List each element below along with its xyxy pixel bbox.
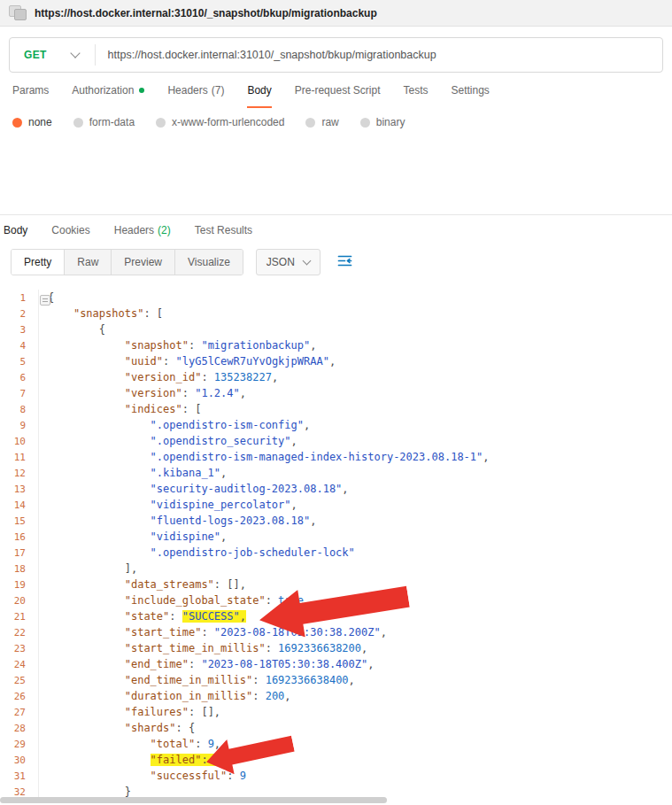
req-tab-body[interactable]: Body	[247, 74, 271, 108]
code-line: 28 "shards": {	[0, 720, 672, 736]
resp-tab-cookies[interactable]: Cookies	[51, 215, 89, 245]
line-number: 2	[19, 308, 26, 320]
body-mode-form-data[interactable]: form-data	[73, 116, 135, 128]
code-text: "fluentd-logs-2023.08.18",	[39, 513, 316, 529]
method-select[interactable]: GET	[10, 49, 95, 61]
view-mode-visualize[interactable]: Visualize	[175, 250, 243, 275]
body-mode-x-www-form-urlencoded[interactable]: x-www-form-urlencoded	[156, 116, 284, 128]
code-line: 4 "snapshot": "migrationbackup",	[0, 337, 672, 353]
body-mode-radios: noneform-datax-www-form-urlencodedrawbin…	[0, 108, 672, 136]
code-text: "security-auditlog-2023.08.18",	[39, 481, 349, 497]
code-line: 5 "uuid": "lyG5lCewR7uYvOgkjpWRAA",	[0, 353, 672, 369]
line-number: 3	[19, 324, 26, 336]
code-text: "snapshot": "migrationbackup",	[39, 337, 316, 353]
line-gutter: 5	[0, 353, 39, 369]
line-gutter: 8	[0, 401, 39, 417]
line-number: 21	[14, 611, 26, 623]
code-line: 23 "start_time_in_millis": 1692336638200…	[0, 640, 672, 656]
tab-label: Tests	[403, 84, 428, 97]
line-number: 14	[14, 499, 26, 511]
resp-tab-test-results[interactable]: Test Results	[195, 215, 252, 245]
body-mode-binary[interactable]: binary	[360, 116, 406, 128]
green-dot-icon	[139, 88, 144, 93]
line-number: 27	[14, 707, 26, 718]
line-gutter: 12	[0, 465, 39, 481]
response-tabs: BodyCookiesHeaders(2)Test Results	[0, 214, 672, 245]
line-number: 6	[19, 372, 26, 383]
line-gutter: 4	[0, 337, 39, 353]
line-number: 9	[19, 420, 26, 431]
horizontal-scrollbar-thumb[interactable]	[0, 797, 387, 803]
mode-label: binary	[376, 116, 406, 128]
code-line: 12 ".kibana_1",	[0, 465, 672, 481]
line-number: 13	[14, 484, 26, 495]
line-number: 31	[14, 770, 26, 782]
code-text: {	[39, 321, 105, 337]
code-line: 18 ],	[0, 561, 672, 577]
line-gutter: 7	[0, 385, 39, 401]
code-text: "failed": 0,	[39, 752, 227, 768]
method-label: GET	[24, 49, 47, 61]
req-tab-settings[interactable]: Settings	[452, 74, 490, 108]
code-line: 14 "vidispine_percolator",	[0, 497, 672, 513]
req-tab-authorization[interactable]: Authorization	[72, 74, 144, 108]
line-gutter: 3	[0, 321, 39, 337]
code-text: "snapshots": [	[39, 306, 163, 321]
fold-toggle-icon[interactable]	[40, 295, 50, 306]
view-mode-preview[interactable]: Preview	[112, 250, 175, 275]
tab-label: Settings	[452, 84, 490, 97]
code-line: 16 "vidispine",	[0, 529, 672, 545]
code-text: "version_id": 135238227,	[39, 369, 278, 385]
code-text: "indices": [	[39, 401, 201, 417]
line-number: 10	[14, 436, 26, 447]
code-line: 11 ".opendistro-ism-managed-index-histor…	[0, 449, 672, 465]
line-gutter: 15	[0, 513, 39, 529]
req-tab-headers[interactable]: Headers(7)	[167, 74, 224, 108]
beautify-icon	[336, 259, 353, 272]
radio-icon	[156, 118, 166, 128]
code-text: "end_time": "2023-08-18T05:30:38.400Z",	[39, 656, 374, 672]
body-mode-raw[interactable]: raw	[305, 116, 338, 128]
body-mode-none[interactable]: none	[12, 116, 52, 128]
format-dropdown[interactable]: JSON	[256, 249, 321, 275]
req-tab-params[interactable]: Params	[12, 74, 49, 108]
radio-icon	[73, 118, 83, 128]
code-line: 26 "duration_in_millis": 200,	[0, 688, 672, 704]
view-mode-pretty[interactable]: Pretty	[12, 250, 65, 275]
line-number: 11	[14, 452, 26, 463]
mode-label: form-data	[89, 116, 135, 128]
request-tab-title[interactable]: https://host.docker.internal:31010/_snap…	[35, 7, 377, 19]
request-tab-bar: https://host.docker.internal:31010/_snap…	[0, 0, 672, 27]
resp-tab-headers[interactable]: Headers(2)	[114, 215, 171, 245]
code-line: 8 "indices": [	[0, 401, 672, 417]
line-number: 18	[14, 563, 26, 575]
beautify-button[interactable]	[335, 251, 355, 274]
resp-tab-body[interactable]: Body	[4, 215, 27, 245]
line-number: 8	[19, 404, 26, 415]
tab-label: Test Results	[195, 224, 252, 236]
code-line: 29 "total": 9,	[0, 736, 672, 752]
response-body: 1{2 "snapshots": [3 {4 "snapshot": "migr…	[0, 284, 672, 800]
code-line: 2 "snapshots": [	[0, 306, 672, 321]
mode-label: none	[28, 116, 52, 128]
req-tab-tests[interactable]: Tests	[403, 74, 428, 108]
url-bar: GET https://host.docker.internal:31010/_…	[9, 37, 663, 73]
line-gutter: 24	[0, 656, 39, 672]
tab-count: (2)	[158, 224, 171, 236]
line-gutter: 22	[0, 624, 39, 640]
req-tab-pre-request-script[interactable]: Pre-request Script	[295, 74, 381, 108]
line-number: 16	[14, 531, 26, 543]
line-gutter: 21	[0, 608, 39, 624]
line-number: 5	[19, 356, 26, 368]
line-gutter: 27	[0, 704, 39, 720]
line-number: 1	[19, 292, 26, 304]
code-line: 30 "failed": 0,	[0, 752, 672, 768]
url-input[interactable]: https://host.docker.internal:31010/_snap…	[96, 49, 436, 61]
code-text: "total": 9,	[39, 736, 220, 752]
view-mode-raw[interactable]: Raw	[65, 250, 112, 275]
line-number: 15	[14, 515, 26, 527]
code-text: "end_time_in_millis": 1692336638400,	[39, 672, 355, 688]
code-text: "vidispine",	[39, 529, 227, 545]
line-gutter: 11	[0, 449, 39, 465]
line-gutter: 17	[0, 545, 39, 561]
